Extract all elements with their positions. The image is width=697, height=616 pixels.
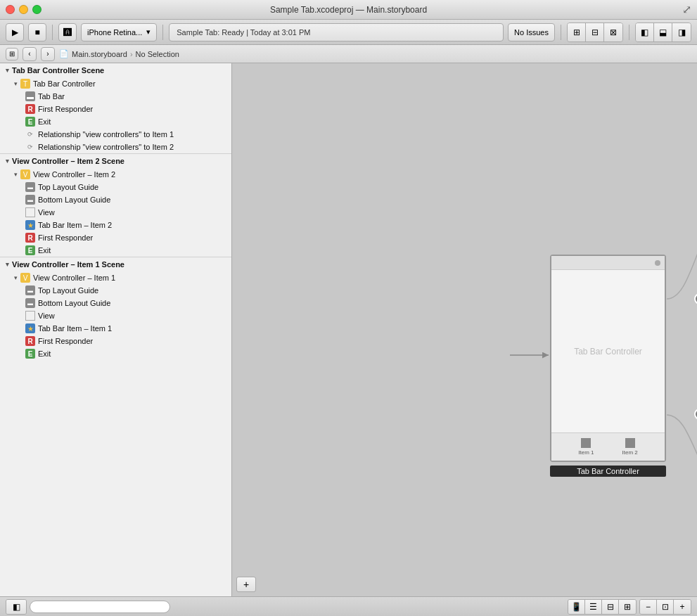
add-object-button[interactable]: +	[236, 577, 256, 592]
link-button[interactable]: ⊞	[619, 600, 636, 614]
storyboard-canvas[interactable]: Tab Bar Controller Item 1 Item 2 Tab Bar…	[232, 63, 697, 596]
layout-icon: ▬	[25, 298, 35, 308]
exit-icon: E	[25, 349, 35, 359]
zoom-in-button[interactable]: +	[674, 600, 691, 614]
section-tab-bar-controller-scene[interactable]: ▾ Tab Bar Controller Scene	[0, 63, 231, 77]
issues-button[interactable]: No Issues	[508, 23, 555, 41]
stop-button[interactable]: ■	[28, 23, 46, 41]
tab-bar-icon: ▬	[25, 91, 35, 101]
close-button[interactable]	[6, 5, 15, 14]
scheme-selector[interactable]: iPhone Retina... ▾	[81, 23, 157, 41]
breadcrumb-icon: 📄	[59, 49, 69, 58]
disclosure-icon: ▾	[14, 171, 18, 178]
connector-dot-1	[694, 293, 697, 304]
sidebar-item-bottom-layout-1[interactable]: ▬ Bottom Layout Guide	[0, 297, 231, 309]
tab-item-1: Item 1	[578, 438, 594, 456]
toolbar-separator-4	[629, 25, 629, 40]
sidebar-item-vc-item2[interactable]: ▾ V View Controller – Item 2	[0, 168, 231, 181]
item-label: Exit	[38, 349, 51, 358]
item-label: Tab Bar Item – Item 2	[38, 221, 112, 229]
section-vc-item2-scene[interactable]: ▾ View Controller – Item 2 Scene	[0, 153, 231, 168]
zoom-controls: − ⊡ +	[639, 599, 691, 615]
item-label: View Controller – Item 2	[33, 170, 115, 179]
tab-icon-1	[581, 438, 591, 448]
tab-bar-controller-frame[interactable]: Tab Bar Controller Item 1 Item 2	[550, 255, 666, 462]
nav-icon: ⊞	[6, 48, 18, 60]
breadcrumb-separator: ›	[130, 50, 133, 58]
main-area: ▾ Tab Bar Controller Scene ▾ T Tab Bar C…	[0, 63, 697, 596]
sidebar-item-bottom-layout-2[interactable]: ▬ Bottom Layout Guide	[0, 193, 231, 206]
toolbar: ▶ ■ 🅰 iPhone Retina... ▾ Sample Tab: Rea…	[0, 20, 697, 45]
canvas-controls: 📱 ☰ ⊟ ⊞	[568, 599, 637, 615]
iphone-button[interactable]: 📱	[568, 600, 585, 614]
section-vc-item1-scene[interactable]: ▾ View Controller – Item 1 Scene	[0, 257, 231, 271]
list-view-button[interactable]: ☰	[585, 600, 602, 614]
minimize-button[interactable]	[19, 5, 28, 14]
zoom-out-button[interactable]: −	[640, 600, 657, 614]
tab-item-1-label: Item 1	[578, 449, 594, 456]
item-label: Tab Bar Item – Item 1	[38, 324, 112, 333]
fit-button[interactable]: ⊟	[602, 600, 619, 614]
item-label: View	[38, 208, 55, 217]
version-editor-button[interactable]: ⊠	[604, 23, 622, 41]
canvas-tools: 📱 ☰ ⊟ ⊞ − ⊡ +	[568, 599, 691, 615]
view-mode-group: ◧ ⬓ ◨	[635, 23, 691, 42]
debug-toggle[interactable]: ⬓	[654, 23, 672, 41]
layout-icon: ▬	[25, 195, 35, 205]
exit-icon: E	[25, 245, 35, 255]
nav-forward-button[interactable]: ›	[41, 47, 55, 61]
show-navigator-button[interactable]: ◧	[6, 600, 26, 614]
breadcrumb-file: Main.storyboard	[72, 50, 127, 58]
item-label: Relationship "view controllers" to Item …	[38, 130, 174, 139]
maximize-button[interactable]	[32, 5, 41, 14]
sidebar-item-tab-bar[interactable]: ▬ Tab Bar	[0, 90, 231, 103]
sidebar-item-tabbaritem-1[interactable]: ★ Tab Bar Item – Item 1	[0, 322, 231, 335]
scheme-name: iPhone Retina...	[87, 28, 142, 37]
item-label: Tab Bar	[38, 92, 65, 101]
sidebar-item-exit-1[interactable]: E Exit	[0, 115, 231, 128]
titlebar: Sample Tab.xcodeproj — Main.storyboard ⤢	[0, 0, 697, 20]
scheme-arrow: ▾	[146, 27, 151, 37]
window-controls	[6, 5, 41, 14]
play-button[interactable]: ▶	[6, 23, 24, 41]
sidebar-item-tabbaritem-2[interactable]: ★ Tab Bar Item – Item 2	[0, 219, 231, 231]
status-text: Sample Tab: Ready | Today at 3:01 PM	[177, 28, 310, 37]
sidebar-item-exit-2[interactable]: E Exit	[0, 244, 231, 257]
sidebar-item-first-responder-1[interactable]: R First Responder	[0, 103, 231, 115]
sidebar-item-top-layout-2[interactable]: ▬ Top Layout Guide	[0, 181, 231, 193]
navigator-toggle[interactable]: ◧	[636, 23, 654, 41]
disclosure-icon: ▾	[6, 158, 9, 165]
sidebar-item-rel-item2[interactable]: ⟳ Relationship "view controllers" to Ite…	[0, 141, 231, 153]
item-label: Top Layout Guide	[38, 286, 98, 295]
sidebar-item-vc-item1[interactable]: ▾ V View Controller – Item 1	[0, 271, 231, 284]
breadcrumb-page: No Selection	[136, 50, 179, 58]
sidebar-item-tab-bar-controller[interactable]: ▾ T Tab Bar Controller	[0, 77, 231, 90]
sidebar-item-view-1[interactable]: View	[0, 309, 231, 322]
nav-back-button[interactable]: ‹	[23, 47, 37, 61]
exit-icon: E	[25, 117, 35, 127]
assistant-editor-button[interactable]: ⊟	[586, 23, 604, 41]
filter-input[interactable]	[30, 601, 170, 613]
sidebar-item-exit-3[interactable]: E Exit	[0, 347, 231, 360]
navbar: ⊞ ‹ › 📄 Main.storyboard › No Selection	[0, 45, 697, 63]
item-label: Bottom Layout Guide	[38, 299, 110, 307]
rel-icon: ⟳	[25, 129, 35, 139]
resize-icon[interactable]: ⤢	[682, 3, 691, 16]
inspector-toggle[interactable]: ◨	[672, 23, 691, 41]
sidebar-item-rel-item1[interactable]: ⟳ Relationship "view controllers" to Ite…	[0, 128, 231, 141]
vc-item2-icon: V	[20, 169, 30, 179]
zoom-fit-button[interactable]: ⊡	[657, 600, 674, 614]
xcode-icon: 🅰	[58, 23, 77, 41]
item-label: Top Layout Guide	[38, 183, 98, 191]
toolbar-separator-1	[52, 25, 53, 40]
sidebar-item-top-layout-1[interactable]: ▬ Top Layout Guide	[0, 284, 231, 297]
item-label: Tab Bar Controller	[33, 79, 96, 88]
standard-editor-button[interactable]: ⊞	[568, 23, 586, 41]
item-label: First Responder	[38, 233, 93, 242]
item-label: First Responder	[38, 337, 93, 345]
sidebar-item-first-responder-2[interactable]: R First Responder	[0, 231, 231, 244]
sidebar-item-view-2[interactable]: View	[0, 206, 231, 219]
toolbar-separator-2	[162, 25, 163, 40]
section-label: View Controller – Item 2 Scene	[12, 157, 124, 165]
sidebar-item-first-responder-3[interactable]: R First Responder	[0, 335, 231, 347]
